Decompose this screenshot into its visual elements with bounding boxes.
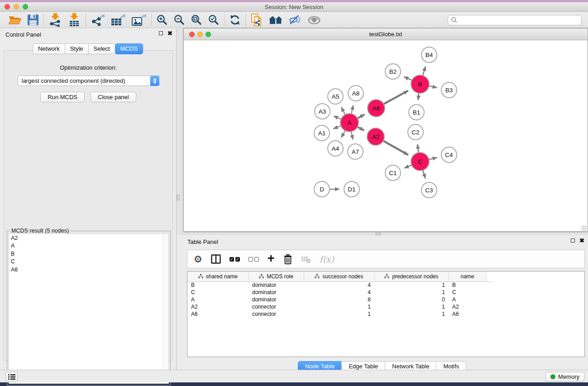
session-title: Session: New Session — [0, 2, 588, 12]
result-list-scrollbar[interactable] — [163, 234, 168, 383]
graph-edge-C-C2[interactable] — [417, 144, 419, 154]
column-header[interactable]: predecessor nodes — [374, 272, 449, 281]
run-mcds-button[interactable]: Run MCDS — [40, 92, 85, 102]
toggle-view-eye-icon[interactable] — [307, 16, 321, 24]
import-table-icon[interactable] — [67, 13, 81, 27]
open-file-icon[interactable] — [8, 14, 22, 26]
column-header[interactable]: successor nodes — [304, 272, 374, 281]
add-column-icon[interactable]: + — [268, 254, 275, 263]
table-cell: 1 — [374, 281, 449, 289]
header-filler — [486, 272, 493, 281]
zoom-in-icon[interactable] — [156, 14, 168, 26]
column-layout-icon[interactable] — [211, 254, 221, 264]
table-row[interactable]: A6connector11A6 — [187, 310, 493, 318]
tab-network[interactable]: Network — [33, 43, 65, 54]
window-resize-grip[interactable] — [582, 225, 587, 231]
column-header[interactable]: name — [449, 272, 486, 281]
row-filler — [486, 289, 493, 296]
column-header[interactable]: MCDS role — [249, 272, 304, 281]
delete-column-trash-icon[interactable] — [283, 254, 292, 265]
graph-edge-A-A5[interactable] — [341, 107, 346, 115]
network-graph[interactable]: B4B2BB3A8A5A6A3B1AA1C2A2A4A7C4CC1C3DD1 — [184, 40, 588, 231]
graph-edge-B-B3[interactable] — [428, 86, 437, 88]
graph-edge-A-A6[interactable] — [357, 114, 365, 119]
graph-edge-A-A1[interactable] — [333, 125, 342, 129]
refresh-icon[interactable] — [229, 14, 241, 26]
table-toolbar: ⚙ ✓✓ + — [187, 250, 585, 268]
mcds-result-item[interactable]: C — [9, 258, 168, 266]
deselect-all-icon[interactable] — [249, 257, 259, 262]
graph-edge-A-A7[interactable] — [351, 131, 353, 140]
table-row[interactable]: A2connector11A2 — [187, 303, 493, 310]
clone-network-icon[interactable] — [250, 13, 263, 27]
graph-edge-C-C4[interactable] — [428, 157, 437, 160]
export-network-icon[interactable] — [91, 14, 105, 26]
column-header-label: successor nodes — [322, 273, 363, 280]
optimization-criterion-label: Optimization criterion: — [4, 64, 172, 71]
row-filler — [486, 281, 493, 289]
network-zoom-button[interactable] — [206, 32, 211, 37]
minimize-window-button[interactable] — [14, 4, 19, 10]
column-header[interactable]: shared name — [187, 272, 249, 281]
home-layout-icon[interactable] — [268, 15, 283, 25]
criterion-dropdown[interactable]: largest connected component (directed) — [18, 76, 159, 86]
search-input[interactable] — [457, 17, 578, 23]
graph-edge-B-B4[interactable] — [422, 67, 425, 76]
hide-labels-icon[interactable] — [288, 14, 302, 25]
task-history-button[interactable] — [5, 372, 18, 381]
graph-node-label-B3: B3 — [445, 87, 453, 94]
import-network-icon[interactable] — [48, 13, 62, 27]
float-panel-icon[interactable] — [159, 31, 163, 35]
graph-edge-A2-C[interactable] — [382, 140, 408, 155]
graph-edge-A6-B[interactable] — [383, 91, 408, 104]
search-field[interactable] — [448, 15, 582, 25]
table-row[interactable]: Cdominator41C — [187, 289, 493, 296]
memory-button[interactable]: Memory — [545, 372, 584, 381]
network-area: testGlobe.txt B4B2BB3A8A5A6A3B1AA1C2A2A4… — [177, 28, 588, 370]
panel-divider-handle[interactable] — [177, 195, 180, 200]
column-header-label: shared name — [206, 273, 238, 280]
graph-node-label-A5: A5 — [332, 93, 339, 100]
mcds-result-list[interactable]: A2ABCA6 — [9, 234, 169, 384]
float-table-panel-icon[interactable] — [571, 238, 575, 243]
tab-select[interactable]: Select — [88, 43, 115, 54]
mcds-result-item[interactable]: B — [9, 250, 168, 258]
network-close-button[interactable] — [189, 32, 195, 37]
close-table-panel-icon[interactable]: ✖ — [579, 238, 584, 243]
dropdown-stepper-icon — [150, 76, 159, 86]
graph-edge-A-A8[interactable] — [351, 105, 354, 114]
table-cell: A6 — [187, 310, 249, 318]
main-toolbar — [0, 12, 588, 28]
zoom-fit-icon[interactable] — [191, 14, 202, 26]
graph-node-label-C3: C3 — [425, 187, 433, 194]
network-canvas[interactable]: B4B2BB3A8A5A6A3B1AA1C2A2A4A7C4CC1C3DD1 — [184, 40, 588, 231]
zoom-window-button[interactable] — [23, 4, 28, 10]
table-row[interactable]: Bdominator41B — [187, 281, 493, 289]
mcds-tab-pane: Optimization criterion: largest connecte… — [4, 50, 173, 361]
table-settings-gear-icon[interactable]: ⚙ — [194, 255, 202, 264]
graph-node-label-A6: A6 — [373, 105, 380, 112]
mcds-result-item[interactable]: A6 — [9, 266, 168, 274]
network-minimize-button[interactable] — [197, 32, 203, 37]
column-type-icon — [315, 274, 320, 279]
table-row[interactable]: Adominator80A — [187, 296, 493, 303]
select-all-icon[interactable]: ✓✓ — [229, 257, 240, 262]
close-panel-icon[interactable]: ✖ — [167, 31, 172, 35]
close-window-button[interactable] — [5, 4, 10, 10]
graph-edge-C-C3[interactable] — [422, 169, 425, 178]
tab-style[interactable]: Style — [65, 43, 89, 54]
zoom-out-icon[interactable] — [173, 14, 185, 26]
export-table-icon[interactable] — [110, 14, 126, 26]
mcds-result-item[interactable]: A — [9, 242, 168, 250]
mcds-result-item[interactable]: A2 — [9, 234, 168, 242]
close-panel-button[interactable]: Close panel — [91, 92, 136, 102]
mcds-result-title: MCDS result (5 nodes) — [10, 228, 70, 234]
export-image-icon[interactable] — [131, 14, 147, 26]
zoom-selected-icon[interactable] — [208, 14, 220, 26]
function-builder-icon[interactable]: f(x) — [320, 254, 335, 264]
save-session-icon[interactable] — [27, 14, 39, 26]
delete-table-icon[interactable] — [301, 255, 311, 263]
graph-edge-B-B2[interactable] — [404, 76, 412, 81]
tab-mcds[interactable]: MCDS — [115, 43, 143, 54]
main-titlebar: Session: New Session — [0, 2, 588, 12]
